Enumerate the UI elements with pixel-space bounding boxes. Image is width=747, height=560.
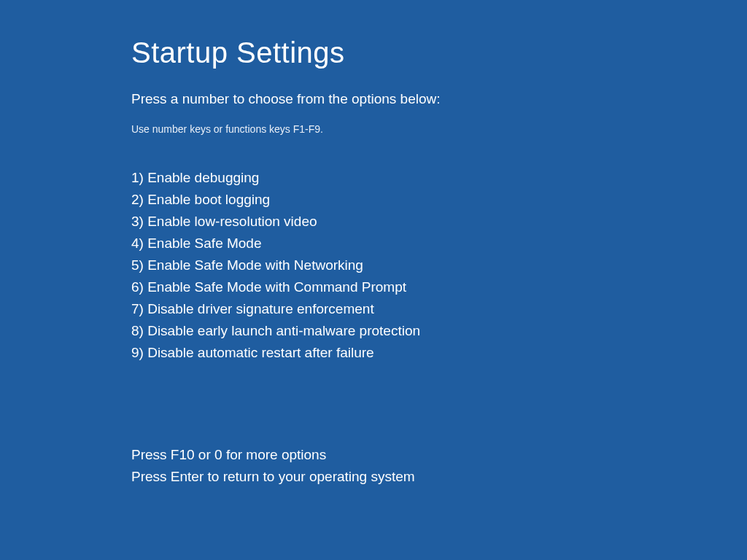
option-disable-automatic-restart[interactable]: 9) Disable automatic restart after failu…: [131, 342, 747, 364]
option-disable-driver-signature-enforcement[interactable]: 7) Disable driver signature enforcement: [131, 298, 747, 320]
option-enable-debugging[interactable]: 1) Enable debugging: [131, 167, 747, 189]
hint-text: Use number keys or functions keys F1-F9.: [131, 123, 747, 135]
option-enable-boot-logging[interactable]: 2) Enable boot logging: [131, 189, 747, 211]
more-options-hint: Press F10 or 0 for more options: [131, 444, 747, 466]
startup-settings-screen: Startup Settings Press a number to choos…: [0, 0, 747, 488]
page-title: Startup Settings: [131, 36, 747, 69]
option-enable-safe-mode[interactable]: 4) Enable Safe Mode: [131, 233, 747, 254]
footer-instructions: Press F10 or 0 for more options Press En…: [131, 444, 747, 488]
option-enable-safe-mode-networking[interactable]: 5) Enable Safe Mode with Networking: [131, 254, 747, 276]
return-hint: Press Enter to return to your operating …: [131, 466, 747, 488]
option-enable-safe-mode-command-prompt[interactable]: 6) Enable Safe Mode with Command Prompt: [131, 276, 747, 298]
boot-options-list: 1) Enable debugging 2) Enable boot loggi…: [131, 167, 747, 364]
option-disable-anti-malware-protection[interactable]: 8) Disable early launch anti-malware pro…: [131, 320, 747, 342]
option-enable-low-resolution-video[interactable]: 3) Enable low-resolution video: [131, 211, 747, 233]
instruction-text: Press a number to choose from the option…: [131, 91, 747, 107]
